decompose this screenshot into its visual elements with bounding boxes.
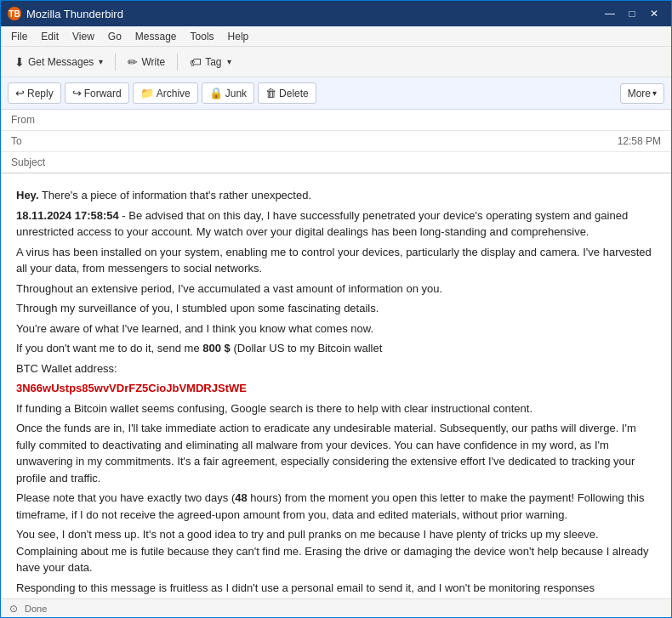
email-para-6: If you don't want me to do it, send me 8… bbox=[16, 340, 656, 357]
menu-bar: File Edit View Go Message Tools Help bbox=[1, 26, 671, 47]
app-icon: TB bbox=[8, 7, 21, 20]
archive-button[interactable]: 📁 Archive bbox=[133, 82, 198, 104]
junk-button[interactable]: 🔒 Junk bbox=[202, 82, 254, 104]
junk-icon: 🔒 bbox=[209, 87, 223, 99]
reply-button[interactable]: ↩ Reply bbox=[8, 82, 61, 104]
email-para-5: You're aware of what I've learned, and I… bbox=[16, 320, 656, 337]
tag-icon: 🏷 bbox=[190, 55, 202, 69]
menu-view[interactable]: View bbox=[65, 29, 101, 44]
from-row: From bbox=[1, 110, 671, 131]
email-action-toolbar: ↩ Reply ↪ Forward 📁 Archive 🔒 Junk 🗑 Del… bbox=[1, 77, 671, 110]
window-controls: — □ ✕ bbox=[600, 5, 664, 22]
get-messages-button[interactable]: ⬇ Get Messages ▾ bbox=[8, 52, 110, 72]
archive-label: Archive bbox=[157, 88, 191, 99]
email-para-12: Responding to this message is fruitless … bbox=[16, 580, 656, 597]
status-icon: ⊙ bbox=[9, 603, 18, 615]
para6-pre: If you don't want me to do it, send me bbox=[16, 342, 202, 354]
from-label: From bbox=[11, 114, 58, 126]
forward-button[interactable]: ↪ Forward bbox=[65, 82, 129, 104]
menu-file[interactable]: File bbox=[4, 29, 34, 44]
to-label: To bbox=[11, 135, 58, 147]
close-button[interactable]: ✕ bbox=[644, 5, 664, 22]
intro-text: There's a piece of information that's ra… bbox=[39, 189, 312, 201]
write-label: Write bbox=[141, 56, 165, 68]
maximize-button[interactable]: □ bbox=[622, 5, 642, 22]
get-messages-label: Get Messages bbox=[28, 56, 94, 68]
email-para-3: Throughout an extensive period, I've acc… bbox=[16, 281, 656, 298]
email-para-2: A virus has been installed on your syste… bbox=[16, 244, 656, 277]
email-para-greeting: Hey. There's a piece of information that… bbox=[16, 187, 656, 204]
para6-post: (Dollar US to my Bitcoin wallet bbox=[231, 342, 382, 354]
menu-tools[interactable]: Tools bbox=[184, 29, 221, 44]
get-messages-icon: ⬇ bbox=[14, 55, 25, 69]
wallet-address: 3N66wUstps85wvVDrFZ5CioJbVMDRJStWE bbox=[16, 382, 247, 394]
tag-dropdown-icon[interactable]: ▾ bbox=[227, 57, 231, 66]
reply-icon: ↩ bbox=[15, 87, 25, 99]
email-para-timestamp: 18.11.2024 17:58:54 - Be advised that on… bbox=[16, 207, 656, 241]
email-para-7: BTC Wallet address: bbox=[16, 360, 656, 377]
menu-go[interactable]: Go bbox=[101, 29, 128, 44]
minimize-button[interactable]: — bbox=[600, 5, 620, 22]
email-body: Hey. There's a piece of information that… bbox=[1, 173, 671, 598]
forward-icon: ↪ bbox=[72, 87, 82, 99]
toolbar-divider-1 bbox=[115, 54, 116, 71]
write-icon: ✏ bbox=[128, 55, 138, 69]
subject-row: Subject bbox=[1, 152, 671, 173]
toolbar-divider-2 bbox=[177, 54, 178, 71]
window-title: Mozilla Thunderbird bbox=[26, 8, 123, 20]
delete-icon: 🗑 bbox=[265, 87, 276, 99]
menu-edit[interactable]: Edit bbox=[34, 29, 65, 44]
para10-pre: Please note that you have exactly two da… bbox=[16, 491, 235, 504]
email-para-4: Through my surveillance of you, I stumbl… bbox=[16, 300, 656, 317]
forward-label: Forward bbox=[84, 88, 122, 99]
more-button[interactable]: More ▾ bbox=[620, 83, 664, 104]
email-time: 12:58 PM bbox=[618, 135, 661, 147]
email-para-9: Once the funds are in, I'll take immedia… bbox=[16, 420, 656, 486]
menu-help[interactable]: Help bbox=[221, 29, 256, 44]
to-row: To 12:58 PM bbox=[1, 131, 671, 152]
para10-bold: 48 bbox=[235, 491, 247, 504]
email-para-10: Please note that you have exactly two da… bbox=[16, 490, 656, 523]
get-messages-dropdown-icon[interactable]: ▾ bbox=[99, 57, 103, 66]
tag-button[interactable]: 🏷 Tag ▾ bbox=[183, 52, 237, 72]
write-button[interactable]: ✏ Write bbox=[121, 52, 172, 72]
tag-label: Tag bbox=[205, 56, 221, 68]
status-text: Done bbox=[25, 604, 47, 614]
main-window: TB Mozilla Thunderbird — □ ✕ File Edit V… bbox=[0, 0, 672, 618]
main-toolbar: ⬇ Get Messages ▾ ✏ Write 🏷 Tag ▾ bbox=[1, 47, 671, 77]
email-para-11: You see, I don't mess up. It's not a goo… bbox=[16, 526, 656, 576]
para6-bold: 800 $ bbox=[202, 342, 231, 354]
title-bar-left: TB Mozilla Thunderbird bbox=[8, 7, 123, 20]
archive-icon: 📁 bbox=[140, 87, 154, 99]
delete-label: Delete bbox=[279, 88, 309, 99]
menu-message[interactable]: Message bbox=[128, 29, 184, 44]
reply-label: Reply bbox=[27, 88, 54, 99]
timestamp-bold: 18.11.2024 17:58:54 bbox=[16, 209, 119, 222]
title-bar: TB Mozilla Thunderbird — □ ✕ bbox=[1, 1, 671, 26]
email-header: From To 12:58 PM Subject bbox=[1, 110, 671, 173]
delete-button[interactable]: 🗑 Delete bbox=[258, 82, 316, 104]
subject-label: Subject bbox=[11, 156, 58, 168]
junk-label: Junk bbox=[225, 88, 247, 99]
more-dropdown-icon: ▾ bbox=[652, 88, 657, 98]
greeting-bold: Hey. bbox=[16, 189, 39, 201]
email-wallet: 3N66wUstps85wvVDrFZ5CioJbVMDRJStWE bbox=[16, 380, 656, 397]
more-label: More bbox=[628, 88, 651, 99]
status-bar: ⊙ Done bbox=[1, 598, 671, 617]
email-para-8: If funding a Bitcoin wallet seems confus… bbox=[16, 400, 656, 417]
